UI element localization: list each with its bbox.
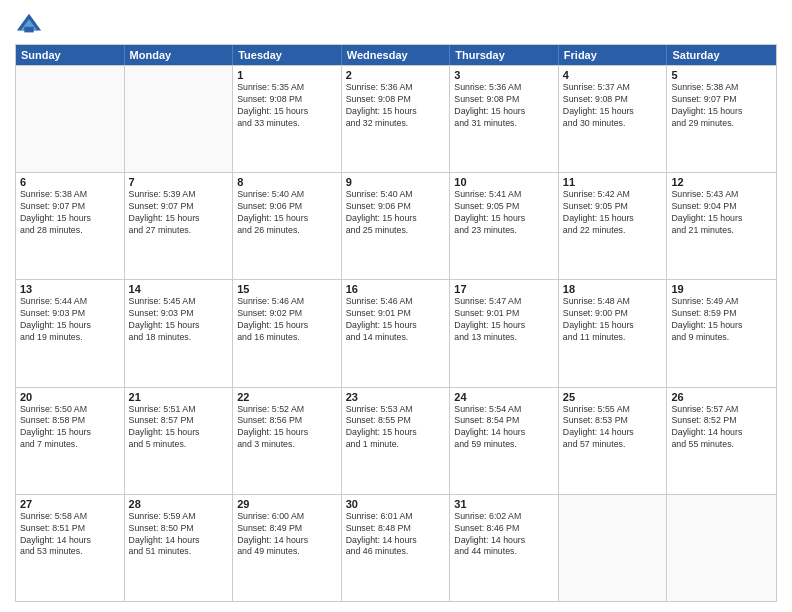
day-info: Sunrise: 6:02 AM Sunset: 8:46 PM Dayligh… <box>454 511 554 559</box>
day-cell-7: 7Sunrise: 5:39 AM Sunset: 9:07 PM Daylig… <box>125 173 234 279</box>
day-info: Sunrise: 5:58 AM Sunset: 8:51 PM Dayligh… <box>20 511 120 559</box>
logo <box>15 10 47 38</box>
day-info: Sunrise: 5:48 AM Sunset: 9:00 PM Dayligh… <box>563 296 663 344</box>
day-number: 12 <box>671 176 772 188</box>
day-cell-4: 4Sunrise: 5:37 AM Sunset: 9:08 PM Daylig… <box>559 66 668 172</box>
day-cell-8: 8Sunrise: 5:40 AM Sunset: 9:06 PM Daylig… <box>233 173 342 279</box>
day-info: Sunrise: 5:38 AM Sunset: 9:07 PM Dayligh… <box>20 189 120 237</box>
day-number: 29 <box>237 498 337 510</box>
day-cell-empty <box>559 495 668 601</box>
day-cell-30: 30Sunrise: 6:01 AM Sunset: 8:48 PM Dayli… <box>342 495 451 601</box>
day-number: 24 <box>454 391 554 403</box>
calendar: SundayMondayTuesdayWednesdayThursdayFrid… <box>15 44 777 602</box>
day-info: Sunrise: 5:43 AM Sunset: 9:04 PM Dayligh… <box>671 189 772 237</box>
day-number: 1 <box>237 69 337 81</box>
day-info: Sunrise: 5:37 AM Sunset: 9:08 PM Dayligh… <box>563 82 663 130</box>
day-number: 21 <box>129 391 229 403</box>
day-number: 13 <box>20 283 120 295</box>
cal-header-monday: Monday <box>125 45 234 65</box>
day-cell-31: 31Sunrise: 6:02 AM Sunset: 8:46 PM Dayli… <box>450 495 559 601</box>
day-number: 26 <box>671 391 772 403</box>
day-number: 23 <box>346 391 446 403</box>
day-number: 28 <box>129 498 229 510</box>
day-number: 18 <box>563 283 663 295</box>
day-number: 16 <box>346 283 446 295</box>
day-number: 11 <box>563 176 663 188</box>
day-cell-12: 12Sunrise: 5:43 AM Sunset: 9:04 PM Dayli… <box>667 173 776 279</box>
day-info: Sunrise: 5:52 AM Sunset: 8:56 PM Dayligh… <box>237 404 337 452</box>
day-cell-21: 21Sunrise: 5:51 AM Sunset: 8:57 PM Dayli… <box>125 388 234 494</box>
day-info: Sunrise: 5:55 AM Sunset: 8:53 PM Dayligh… <box>563 404 663 452</box>
day-cell-14: 14Sunrise: 5:45 AM Sunset: 9:03 PM Dayli… <box>125 280 234 386</box>
day-cell-20: 20Sunrise: 5:50 AM Sunset: 8:58 PM Dayli… <box>16 388 125 494</box>
day-cell-3: 3Sunrise: 5:36 AM Sunset: 9:08 PM Daylig… <box>450 66 559 172</box>
day-info: Sunrise: 5:50 AM Sunset: 8:58 PM Dayligh… <box>20 404 120 452</box>
day-info: Sunrise: 5:40 AM Sunset: 9:06 PM Dayligh… <box>237 189 337 237</box>
cal-header-sunday: Sunday <box>16 45 125 65</box>
day-info: Sunrise: 5:46 AM Sunset: 9:01 PM Dayligh… <box>346 296 446 344</box>
day-info: Sunrise: 5:41 AM Sunset: 9:05 PM Dayligh… <box>454 189 554 237</box>
day-cell-10: 10Sunrise: 5:41 AM Sunset: 9:05 PM Dayli… <box>450 173 559 279</box>
day-cell-empty <box>16 66 125 172</box>
week-row-2: 6Sunrise: 5:38 AM Sunset: 9:07 PM Daylig… <box>16 172 776 279</box>
week-row-3: 13Sunrise: 5:44 AM Sunset: 9:03 PM Dayli… <box>16 279 776 386</box>
day-info: Sunrise: 6:00 AM Sunset: 8:49 PM Dayligh… <box>237 511 337 559</box>
day-number: 27 <box>20 498 120 510</box>
week-row-1: 1Sunrise: 5:35 AM Sunset: 9:08 PM Daylig… <box>16 65 776 172</box>
day-cell-16: 16Sunrise: 5:46 AM Sunset: 9:01 PM Dayli… <box>342 280 451 386</box>
day-cell-29: 29Sunrise: 6:00 AM Sunset: 8:49 PM Dayli… <box>233 495 342 601</box>
day-cell-24: 24Sunrise: 5:54 AM Sunset: 8:54 PM Dayli… <box>450 388 559 494</box>
page: SundayMondayTuesdayWednesdayThursdayFrid… <box>0 0 792 612</box>
day-info: Sunrise: 5:44 AM Sunset: 9:03 PM Dayligh… <box>20 296 120 344</box>
day-info: Sunrise: 5:51 AM Sunset: 8:57 PM Dayligh… <box>129 404 229 452</box>
day-number: 9 <box>346 176 446 188</box>
day-number: 22 <box>237 391 337 403</box>
header <box>15 10 777 38</box>
day-info: Sunrise: 5:53 AM Sunset: 8:55 PM Dayligh… <box>346 404 446 452</box>
day-info: Sunrise: 6:01 AM Sunset: 8:48 PM Dayligh… <box>346 511 446 559</box>
day-info: Sunrise: 5:47 AM Sunset: 9:01 PM Dayligh… <box>454 296 554 344</box>
day-info: Sunrise: 5:46 AM Sunset: 9:02 PM Dayligh… <box>237 296 337 344</box>
day-number: 10 <box>454 176 554 188</box>
day-cell-17: 17Sunrise: 5:47 AM Sunset: 9:01 PM Dayli… <box>450 280 559 386</box>
day-info: Sunrise: 5:42 AM Sunset: 9:05 PM Dayligh… <box>563 189 663 237</box>
day-cell-25: 25Sunrise: 5:55 AM Sunset: 8:53 PM Dayli… <box>559 388 668 494</box>
day-info: Sunrise: 5:39 AM Sunset: 9:07 PM Dayligh… <box>129 189 229 237</box>
cal-header-thursday: Thursday <box>450 45 559 65</box>
day-number: 5 <box>671 69 772 81</box>
day-number: 3 <box>454 69 554 81</box>
day-number: 8 <box>237 176 337 188</box>
day-number: 2 <box>346 69 446 81</box>
day-number: 20 <box>20 391 120 403</box>
day-number: 19 <box>671 283 772 295</box>
week-row-4: 20Sunrise: 5:50 AM Sunset: 8:58 PM Dayli… <box>16 387 776 494</box>
day-cell-empty <box>667 495 776 601</box>
day-cell-empty <box>125 66 234 172</box>
day-info: Sunrise: 5:35 AM Sunset: 9:08 PM Dayligh… <box>237 82 337 130</box>
day-info: Sunrise: 5:59 AM Sunset: 8:50 PM Dayligh… <box>129 511 229 559</box>
day-cell-2: 2Sunrise: 5:36 AM Sunset: 9:08 PM Daylig… <box>342 66 451 172</box>
day-number: 17 <box>454 283 554 295</box>
cal-header-wednesday: Wednesday <box>342 45 451 65</box>
day-info: Sunrise: 5:54 AM Sunset: 8:54 PM Dayligh… <box>454 404 554 452</box>
day-cell-13: 13Sunrise: 5:44 AM Sunset: 9:03 PM Dayli… <box>16 280 125 386</box>
day-cell-1: 1Sunrise: 5:35 AM Sunset: 9:08 PM Daylig… <box>233 66 342 172</box>
day-info: Sunrise: 5:49 AM Sunset: 8:59 PM Dayligh… <box>671 296 772 344</box>
day-info: Sunrise: 5:45 AM Sunset: 9:03 PM Dayligh… <box>129 296 229 344</box>
day-info: Sunrise: 5:36 AM Sunset: 9:08 PM Dayligh… <box>454 82 554 130</box>
calendar-header-row: SundayMondayTuesdayWednesdayThursdayFrid… <box>16 45 776 65</box>
day-number: 7 <box>129 176 229 188</box>
day-cell-6: 6Sunrise: 5:38 AM Sunset: 9:07 PM Daylig… <box>16 173 125 279</box>
day-cell-26: 26Sunrise: 5:57 AM Sunset: 8:52 PM Dayli… <box>667 388 776 494</box>
day-cell-9: 9Sunrise: 5:40 AM Sunset: 9:06 PM Daylig… <box>342 173 451 279</box>
cal-header-tuesday: Tuesday <box>233 45 342 65</box>
day-cell-22: 22Sunrise: 5:52 AM Sunset: 8:56 PM Dayli… <box>233 388 342 494</box>
day-number: 15 <box>237 283 337 295</box>
day-cell-27: 27Sunrise: 5:58 AM Sunset: 8:51 PM Dayli… <box>16 495 125 601</box>
day-info: Sunrise: 5:36 AM Sunset: 9:08 PM Dayligh… <box>346 82 446 130</box>
day-number: 25 <box>563 391 663 403</box>
cal-header-friday: Friday <box>559 45 668 65</box>
day-cell-15: 15Sunrise: 5:46 AM Sunset: 9:02 PM Dayli… <box>233 280 342 386</box>
day-number: 30 <box>346 498 446 510</box>
week-row-5: 27Sunrise: 5:58 AM Sunset: 8:51 PM Dayli… <box>16 494 776 601</box>
